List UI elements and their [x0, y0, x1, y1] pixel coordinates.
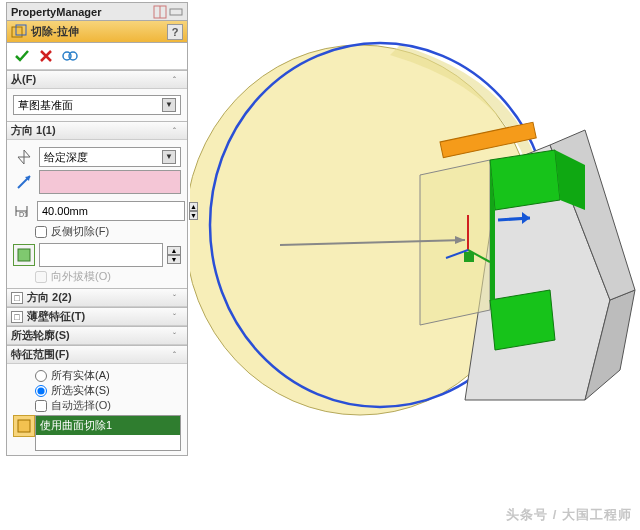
dir1-label: 方向 1(1) — [11, 123, 173, 138]
action-row — [7, 43, 187, 70]
scope-body-item[interactable]: 使用曲面切除1 — [36, 416, 180, 435]
svg-rect-16 — [18, 249, 30, 261]
contours-label: 所选轮廓(S) — [11, 328, 173, 343]
expand-icon: □ — [11, 311, 23, 323]
draft-icon[interactable] — [13, 244, 35, 266]
cancel-icon[interactable] — [37, 47, 55, 65]
cut-extrude-icon — [11, 24, 27, 40]
expand-icon: □ — [11, 292, 23, 304]
reverse-dir-icon[interactable] — [13, 146, 35, 168]
from-value: 草图基准面 — [18, 98, 73, 113]
pm-title: PropertyManager — [11, 6, 151, 18]
section-dir1: 方向 1(1) ˆ 给定深度 ▼ D1 ▲▼ 反侧切除(F) — [7, 121, 187, 288]
property-manager-panel: PropertyManager 切除-拉伸 ? 从(F) ˆ 草图基准面 ▼ — [6, 2, 188, 456]
scope-body-list[interactable]: 使用曲面切除1 — [35, 415, 181, 451]
endcond-select[interactable]: 给定深度 ▼ — [39, 147, 181, 167]
from-label: 从(F) — [11, 72, 173, 87]
watermark: 头条号 / 大国工程师 — [506, 506, 632, 524]
section-dir2: □ 方向 2(2) ˇ — [7, 288, 187, 307]
feature-title-bar: 切除-拉伸 ? — [7, 21, 187, 43]
chevron-up-icon: ˆ — [173, 75, 183, 85]
section-scope-header[interactable]: 特征范围(F) ˆ — [7, 346, 187, 364]
pm-more-icon[interactable] — [169, 5, 183, 19]
depth-input[interactable] — [37, 201, 185, 221]
dropdown-icon: ▼ — [162, 150, 176, 164]
section-from-header[interactable]: 从(F) ˆ — [7, 71, 187, 89]
help-button[interactable]: ? — [167, 24, 183, 40]
viewport-3d[interactable]: 头条号 / 大国工程师 — [190, 0, 640, 530]
depth-spinner[interactable]: ▲▼ — [189, 202, 198, 220]
chevron-up-icon: ˆ — [173, 126, 183, 136]
scope-selected-radio[interactable]: 所选实体(S) — [35, 383, 181, 398]
svg-text:D1: D1 — [19, 211, 28, 218]
svg-point-14 — [69, 52, 77, 60]
direction-ref-slot[interactable] — [39, 170, 181, 194]
dir2-label: 方向 2(2) — [27, 290, 173, 305]
direction-arrow-icon[interactable] — [13, 171, 35, 193]
draft-slot[interactable] — [39, 243, 163, 267]
svg-rect-10 — [170, 9, 182, 15]
section-thin-header[interactable]: □ 薄壁特征(T) ˇ — [7, 308, 187, 326]
svg-rect-7 — [464, 252, 474, 262]
thin-label: 薄壁特征(T) — [27, 309, 173, 324]
body-icon[interactable] — [13, 415, 35, 437]
svg-rect-17 — [18, 420, 30, 432]
scope-auto-checkbox[interactable]: 自动选择(O) — [35, 398, 181, 413]
section-dir2-header[interactable]: □ 方向 2(2) ˇ — [7, 289, 187, 307]
draft-spinner[interactable]: ▲▼ — [167, 246, 181, 264]
dropdown-icon: ▼ — [162, 98, 176, 112]
chevron-down-icon: ˇ — [173, 312, 183, 322]
section-thin: □ 薄壁特征(T) ˇ — [7, 307, 187, 326]
from-select[interactable]: 草图基准面 ▼ — [13, 95, 181, 115]
chevron-up-icon: ˆ — [173, 350, 183, 360]
draft-outward-checkbox: 向外拔模(O) — [35, 269, 181, 284]
depth-icon: D1 — [13, 200, 33, 222]
section-contours-header[interactable]: 所选轮廓(S) ˇ — [7, 327, 187, 345]
pm-layout-icon[interactable] — [153, 5, 167, 19]
section-from: 从(F) ˆ 草图基准面 ▼ — [7, 70, 187, 121]
flip-cut-checkbox[interactable]: 反侧切除(F) — [35, 224, 181, 239]
section-scope: 特征范围(F) ˆ 所有实体(A) 所选实体(S) 自动选择(O) 使用曲面切除… — [7, 345, 187, 455]
chevron-down-icon: ˇ — [173, 331, 183, 341]
scope-all-radio[interactable]: 所有实体(A) — [35, 368, 181, 383]
ok-icon[interactable] — [13, 47, 31, 65]
section-contours: 所选轮廓(S) ˇ — [7, 326, 187, 345]
endcond-value: 给定深度 — [44, 150, 88, 165]
chevron-down-icon: ˇ — [173, 293, 183, 303]
feature-name: 切除-拉伸 — [31, 24, 167, 39]
section-dir1-header[interactable]: 方向 1(1) ˆ — [7, 122, 187, 140]
pm-header: PropertyManager — [7, 3, 187, 21]
scope-label: 特征范围(F) — [11, 347, 173, 362]
preview-icon[interactable] — [61, 47, 79, 65]
